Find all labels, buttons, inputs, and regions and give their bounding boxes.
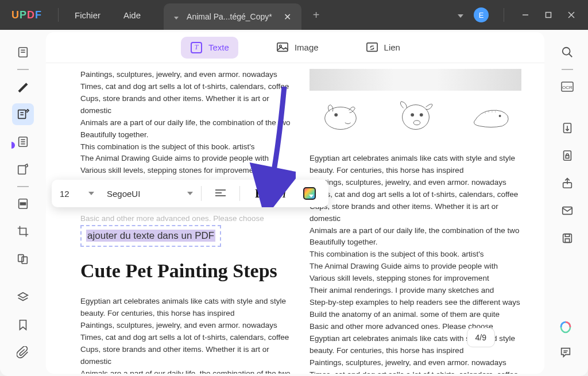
- body-text: Paintings, sculptures, jewelry, and even…: [80, 69, 292, 81]
- right-sidebar: OCR: [547, 30, 588, 376]
- document-content[interactable]: Paintings, sculptures, jewelry, and even…: [46, 63, 544, 374]
- svg-point-27: [413, 121, 420, 125]
- comment-icon[interactable]: [555, 342, 577, 363]
- body-text: Build the anatomy of an animal. some of …: [310, 309, 521, 321]
- body-text: Various skill levels, stepping stones fo…: [310, 273, 521, 285]
- image-placeholder: [310, 69, 521, 91]
- chevron-down-icon[interactable]: [458, 10, 463, 20]
- body-text: Paintings, sculptures, jewelry, and even…: [310, 357, 521, 369]
- svg-rect-14: [18, 166, 26, 175]
- svg-rect-18: [22, 257, 27, 263]
- body-text: Beautifully together.: [80, 129, 292, 141]
- svg-point-28: [498, 115, 501, 117]
- left-sidebar: [0, 30, 46, 376]
- minimize-button[interactable]: [519, 9, 532, 21]
- share-icon[interactable]: [556, 172, 578, 194]
- svg-point-36: [563, 48, 570, 55]
- menu-file[interactable]: Fichier: [63, 10, 112, 20]
- chevron-down-icon: [187, 192, 193, 195]
- text-tool-button[interactable]: T Texte: [181, 37, 238, 59]
- sketch-row: [310, 99, 521, 135]
- close-button[interactable]: [565, 9, 578, 21]
- italic-button[interactable]: I: [273, 183, 295, 204]
- svg-point-24: [402, 105, 429, 130]
- menu-help[interactable]: Aide: [112, 10, 152, 20]
- align-left-button[interactable]: [210, 183, 231, 204]
- document-view: T Texte Image Lien Paintings, sculptures…: [46, 32, 544, 374]
- text-icon: T: [190, 41, 203, 54]
- tab-close-icon[interactable]: ✕: [284, 11, 291, 22]
- body-text: Their animal renderings. I provide many …: [310, 285, 521, 297]
- convert-icon[interactable]: [556, 117, 578, 139]
- body-text: Egyptian art celebrates animals like cat…: [80, 296, 292, 308]
- inserted-text-box[interactable]: ajouter du texte dans un PDF: [80, 225, 221, 247]
- body-text: Cups, store brands and other items. Whet…: [310, 201, 521, 225]
- edit-text-tool-icon[interactable]: [12, 103, 34, 125]
- body-text: beauty. For centuries, this horse has in…: [80, 308, 292, 320]
- color-swatch-icon: [303, 187, 316, 200]
- attachment-icon[interactable]: [12, 342, 34, 363]
- bookmark-icon[interactable]: [12, 314, 34, 336]
- email-icon[interactable]: [556, 200, 578, 222]
- avatar[interactable]: E: [474, 7, 489, 22]
- body-text: Animals are a part of our daily life, th…: [80, 117, 292, 129]
- document-tab[interactable]: Animal Pa...tégé_Copy* ✕: [164, 3, 301, 30]
- svg-rect-7: [18, 110, 26, 119]
- body-text: Step-by-step examples to help readers se…: [310, 297, 521, 309]
- body-text: Various skill levels, stepping stones fo…: [80, 165, 292, 177]
- svg-rect-21: [367, 42, 377, 51]
- form-tool-icon[interactable]: [12, 158, 34, 180]
- svg-rect-16: [20, 203, 25, 205]
- svg-point-25: [411, 113, 414, 117]
- search-icon[interactable]: [556, 41, 578, 63]
- highlighter-tool-icon[interactable]: [12, 76, 34, 98]
- svg-rect-19: [277, 42, 288, 51]
- link-tool-button[interactable]: Lien: [357, 37, 409, 59]
- body-text: Times, cat and dog art sells a lot of t-…: [310, 369, 521, 374]
- layers-icon[interactable]: [12, 286, 34, 308]
- body-text: The Animal Drawing Guide aims to provide…: [80, 153, 292, 165]
- svg-line-37: [569, 54, 572, 57]
- chevron-down-icon: [88, 192, 94, 195]
- svg-point-26: [419, 113, 423, 117]
- tab-title: Animal Pa...tégé_Copy*: [187, 12, 272, 21]
- compare-tool-icon[interactable]: [12, 248, 34, 270]
- text-format-toolbar: 12 SegoeUI B I: [52, 180, 328, 207]
- body-text: Times, cat and dog art sells a lot of t-…: [310, 189, 521, 201]
- link-icon: [366, 41, 378, 54]
- organize-tool-icon[interactable]: [12, 131, 34, 153]
- image-tool-button[interactable]: Image: [267, 37, 328, 59]
- color-picker-button[interactable]: [299, 183, 320, 204]
- redact-tool-icon[interactable]: [12, 193, 34, 215]
- tab-dropdown-icon[interactable]: [174, 12, 179, 21]
- svg-rect-17: [18, 255, 24, 262]
- body-text: This combination is the subject of this …: [80, 141, 292, 153]
- body-text: Times, cat and dog art sells a lot of t-…: [80, 81, 292, 93]
- body-text: beauty. For centuries, this horse has in…: [310, 165, 521, 177]
- body-text: Animals are a part of our daily life, th…: [80, 368, 292, 374]
- titlebar: UPDF Fichier Aide Animal Pa...tégé_Copy*…: [0, 0, 588, 30]
- svg-rect-47: [565, 234, 569, 237]
- reader-tool-icon[interactable]: [12, 41, 34, 63]
- svg-rect-46: [563, 234, 572, 243]
- ocr-icon[interactable]: OCR: [556, 76, 578, 98]
- bold-button[interactable]: B: [248, 183, 270, 204]
- save-icon[interactable]: [556, 227, 578, 249]
- font-family-selector[interactable]: SegoeUI: [107, 189, 193, 199]
- image-icon: [276, 41, 289, 54]
- body-text: Cups, store brands and other items. Whet…: [80, 93, 292, 117]
- body-text: Beautifully together.: [310, 237, 521, 249]
- body-text: Animals are a part of our daily life, th…: [310, 225, 521, 237]
- body-text: Cups, store brands and other items. Whet…: [80, 344, 292, 368]
- svg-rect-48: [565, 239, 569, 242]
- app-logo: UPDF: [0, 9, 53, 21]
- new-tab-button[interactable]: +: [313, 9, 320, 22]
- font-size-selector[interactable]: 12: [60, 189, 94, 199]
- section-heading: Cute Pet Painting Steps: [80, 259, 292, 283]
- maximize-button[interactable]: [542, 9, 555, 21]
- protect-icon[interactable]: [556, 145, 578, 166]
- crop-tool-icon[interactable]: [12, 220, 34, 242]
- updf-ai-icon[interactable]: [555, 316, 577, 338]
- svg-text:OCR: OCR: [562, 85, 572, 90]
- page-indicator[interactable]: 4/9: [467, 328, 495, 347]
